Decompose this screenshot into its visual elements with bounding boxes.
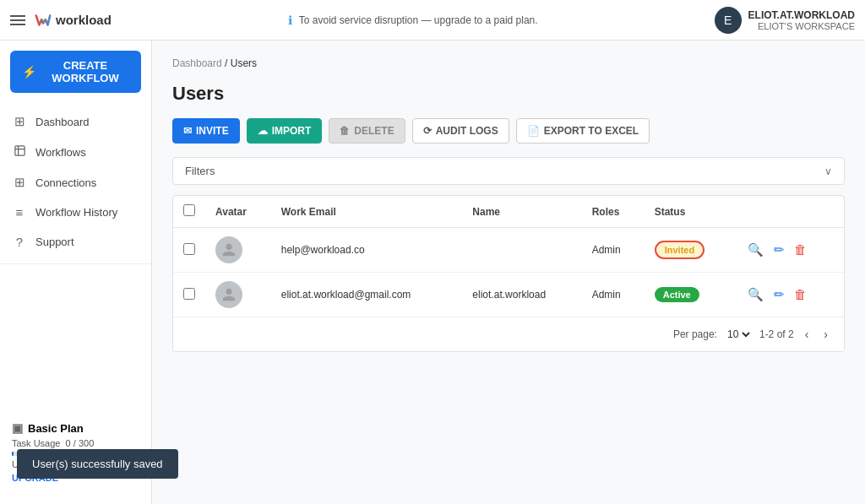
status-cell: Active — [645, 273, 735, 317]
main-content: Dashboard / Users Users ✉ INVITE ☁ IMPOR… — [152, 41, 865, 504]
info-icon: ℹ — [288, 14, 292, 27]
search-user-button[interactable]: 🔍 — [744, 239, 767, 261]
user-avatar-circle — [215, 236, 242, 263]
breadcrumb-parent[interactable]: Dashboard — [172, 57, 222, 69]
audit-icon: ⟳ — [423, 125, 432, 137]
breadcrumb-separator: / — [225, 57, 231, 69]
export-label: EXPORT TO EXCEL — [544, 125, 639, 137]
email-cell: eliot.at.workload@gmail.com — [271, 273, 463, 317]
usage-bar-fill — [12, 452, 14, 456]
avatar-cell — [205, 228, 271, 273]
toast-message: User(s) successfully saved — [32, 458, 163, 470]
chevron-down-icon: ∨ — [824, 165, 832, 177]
delete-user-button[interactable]: 🗑 — [791, 239, 810, 260]
sidebar-item-connections[interactable]: ⊞ Connections — [0, 167, 151, 198]
delete-user-button[interactable]: 🗑 — [791, 284, 810, 305]
topbar-left: workload — [10, 11, 112, 30]
import-label: IMPORT — [272, 125, 312, 137]
audit-logs-button[interactable]: ⟳ AUDIT LOGS — [412, 118, 509, 144]
user-details: ELIOT.AT.WORKLOAD ELIOT'S WORKSPACE — [748, 9, 855, 31]
prev-page-button[interactable]: ‹ — [801, 326, 813, 343]
edit-user-button[interactable]: ✏ — [770, 239, 788, 261]
sidebar-item-label: Support — [35, 236, 74, 248]
actions-column-header — [734, 196, 844, 228]
row-checkbox[interactable] — [183, 243, 195, 255]
delete-button[interactable]: 🗑 DELETE — [329, 118, 405, 144]
upgrade-notice: ℹ To avoid service disruption — upgrade … — [288, 14, 538, 27]
plan-icon: ▣ — [12, 421, 23, 435]
email-cell: help@workload.co — [271, 228, 463, 273]
user-info-area: E ELIOT.AT.WORKLOAD ELIOT'S WORKSPACE — [715, 7, 855, 34]
table-row: eliot.at.workload@gmail.com eliot.at.wor… — [173, 273, 844, 317]
user-avatar: E — [715, 7, 742, 34]
table-row: help@workload.co Admin Invited 🔍 ✏ 🗑 — [173, 228, 844, 273]
sidebar-item-workflows[interactable]: Workflows — [0, 137, 151, 167]
filters-bar[interactable]: Filters ∨ — [172, 157, 845, 185]
name-column-header: Name — [462, 196, 581, 228]
search-user-button[interactable]: 🔍 — [744, 284, 767, 306]
bolt-icon: ⚡ — [22, 65, 36, 79]
audit-logs-label: AUDIT LOGS — [436, 125, 498, 137]
notice-text: To avoid service disruption — upgrade to… — [299, 14, 538, 26]
sidebar-item-label: Dashboard — [35, 116, 90, 128]
logo: workload — [34, 11, 112, 30]
actions-cell: 🔍 ✏ 🗑 — [734, 273, 844, 317]
status-column-header: Status — [645, 196, 735, 228]
import-button[interactable]: ☁ IMPORT — [247, 118, 323, 144]
sidebar: ⚡ CREATE WORKFLOW ⊞ Dashboard Workflows … — [0, 41, 152, 504]
row-checkbox-cell — [173, 228, 205, 273]
support-icon: ? — [12, 235, 27, 249]
role-cell: Admin — [582, 228, 645, 273]
workspace-name: ELIOT'S WORKSPACE — [748, 21, 855, 31]
select-all-checkbox[interactable] — [183, 204, 195, 216]
invite-button[interactable]: ✉ INVITE — [172, 118, 240, 144]
role-cell: Admin — [582, 273, 645, 317]
per-page-select[interactable]: 10 25 50 — [724, 328, 753, 341]
avatar-cell — [205, 273, 271, 317]
sidebar-item-workflow-history[interactable]: ≡ Workflow History — [0, 198, 151, 227]
status-badge: Active — [655, 287, 699, 302]
sidebar-item-dashboard[interactable]: ⊞ Dashboard — [0, 106, 151, 137]
breadcrumb-current: Users — [231, 57, 257, 69]
sidebar-item-label: Workflow History — [35, 206, 117, 219]
pagination-bar: Per page: 10 25 50 1-2 of 2 ‹ › — [173, 317, 844, 351]
row-checkbox-cell — [173, 273, 205, 317]
toolbar: ✉ INVITE ☁ IMPORT 🗑 DELETE ⟳ AUDIT LOGS … — [172, 118, 845, 144]
export-icon: 📄 — [527, 125, 540, 137]
invite-icon: ✉ — [183, 125, 192, 137]
name-cell — [462, 228, 581, 273]
status-badge: Invited — [655, 241, 705, 259]
dashboard-icon: ⊞ — [12, 114, 27, 129]
logo-text: workload — [56, 13, 112, 27]
app-layout: ⚡ CREATE WORKFLOW ⊞ Dashboard Workflows … — [0, 0, 865, 504]
filters-label: Filters — [185, 165, 215, 177]
page-title: Users — [172, 83, 845, 105]
toast-notification: User(s) successfully saved — [17, 449, 178, 479]
next-page-button[interactable]: › — [819, 326, 832, 343]
avatar-initial: E — [724, 14, 732, 27]
logo-icon — [34, 11, 52, 30]
user-name: ELIOT.AT.WORKLOAD — [748, 9, 855, 21]
edit-user-button[interactable]: ✏ — [770, 284, 788, 306]
create-workflow-button[interactable]: ⚡ CREATE WORKFLOW — [10, 51, 141, 93]
hamburger-menu-button[interactable] — [10, 15, 25, 25]
workflow-history-icon: ≡ — [12, 205, 27, 219]
topbar: workload ℹ To avoid service disruption —… — [0, 0, 865, 41]
plan-name-area: ▣ Basic Plan — [12, 421, 139, 435]
connections-icon: ⊞ — [12, 175, 27, 190]
page-range: 1-2 of 2 — [759, 328, 794, 340]
task-usage-label: Task Usage 0 / 300 — [12, 438, 139, 448]
sidebar-item-support[interactable]: ? Support — [0, 227, 151, 257]
sidebar-item-label: Connections — [35, 176, 96, 189]
create-workflow-label: CREATE WORKFLOW — [41, 59, 129, 84]
work-email-column-header: Work Email — [271, 196, 463, 228]
row-checkbox[interactable] — [183, 288, 195, 300]
status-cell: Invited — [645, 228, 735, 273]
export-button[interactable]: 📄 EXPORT TO EXCEL — [516, 118, 650, 144]
users-table: Avatar Work Email Name Roles Status — [172, 195, 845, 352]
delete-label: DELETE — [354, 125, 394, 137]
invite-label: INVITE — [196, 125, 229, 137]
avatar-column-header: Avatar — [205, 196, 271, 228]
sidebar-item-label: Workflows — [35, 146, 86, 159]
breadcrumb: Dashboard / Users — [172, 57, 845, 69]
